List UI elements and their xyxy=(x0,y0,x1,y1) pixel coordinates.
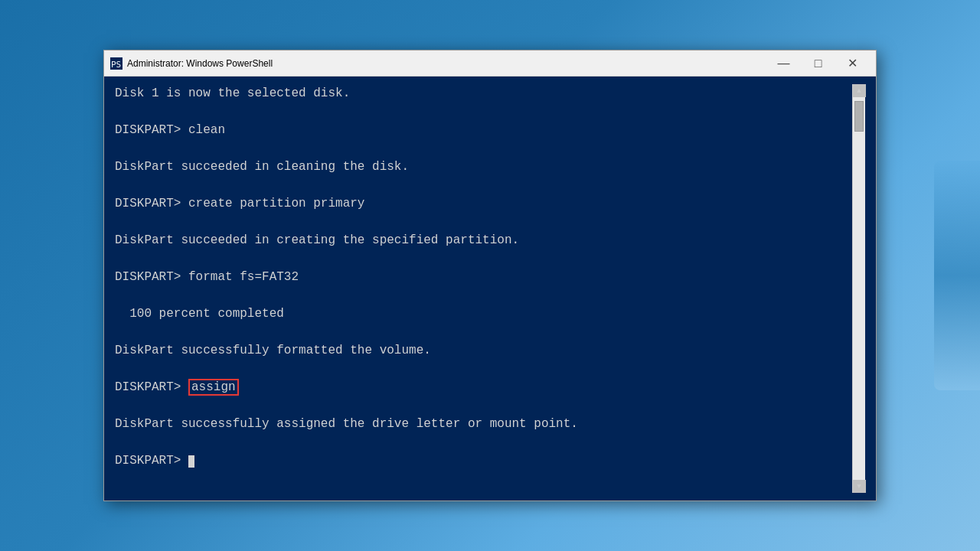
line-create-result: DiskPart succeeded in creating the speci… xyxy=(115,231,852,249)
line-cmd-format: DISKPART> format fs=FAT32 xyxy=(115,268,852,286)
titlebar: PS Administrator: Windows PowerShell — □… xyxy=(104,51,876,77)
line-cmd-assign: DISKPART> assign xyxy=(115,378,852,396)
line-percent: 100 percent completed xyxy=(115,305,852,323)
assign-highlight: assign xyxy=(188,379,239,396)
line-empty-1 xyxy=(115,103,852,121)
maximize-button[interactable]: □ xyxy=(801,51,835,77)
line-empty-9 xyxy=(115,396,852,415)
line-empty-5 xyxy=(115,249,852,268)
scrollbar[interactable]: ▲ ▼ xyxy=(852,84,865,493)
titlebar-left: PS Administrator: Windows PowerShell xyxy=(110,57,273,70)
terminal-content: Disk 1 is now the selected disk. DISKPAR… xyxy=(115,84,852,493)
svg-text:PS: PS xyxy=(111,60,121,70)
minimize-button[interactable]: — xyxy=(766,51,801,77)
line-empty-4 xyxy=(115,213,852,231)
powershell-icon: PS xyxy=(110,57,122,70)
line-empty-8 xyxy=(115,360,852,378)
line-cmd-clean: DISKPART> clean xyxy=(115,121,852,139)
right-decoration xyxy=(934,161,980,390)
line-empty-2 xyxy=(115,139,852,158)
line-empty-3 xyxy=(115,176,852,194)
line-cmd-create: DISKPART> create partition primary xyxy=(115,194,852,213)
scrollbar-thumb[interactable] xyxy=(854,101,864,132)
close-button[interactable]: ✕ xyxy=(835,51,870,77)
line-empty-10 xyxy=(115,433,852,452)
window-title: Administrator: Windows PowerShell xyxy=(127,58,273,69)
line-format-result: DiskPart successfully formatted the volu… xyxy=(115,341,852,360)
cursor xyxy=(188,455,194,468)
terminal-body[interactable]: Disk 1 is now the selected disk. DISKPAR… xyxy=(104,77,876,500)
line-clean-result: DiskPart succeeded in cleaning the disk. xyxy=(115,158,852,176)
line-disk-selected: Disk 1 is now the selected disk. xyxy=(115,84,852,103)
window-controls: — □ ✕ xyxy=(766,51,870,77)
line-assign-result: DiskPart successfully assigned the drive… xyxy=(115,415,852,433)
scrollbar-track[interactable] xyxy=(853,97,865,480)
line-prompt: DISKPART> xyxy=(115,452,852,470)
scrollbar-up-button[interactable]: ▲ xyxy=(853,84,866,97)
scrollbar-down-button[interactable]: ▼ xyxy=(853,480,866,493)
powershell-window: PS Administrator: Windows PowerShell — □… xyxy=(103,50,877,501)
line-empty-7 xyxy=(115,323,852,341)
line-empty-6 xyxy=(115,286,852,305)
